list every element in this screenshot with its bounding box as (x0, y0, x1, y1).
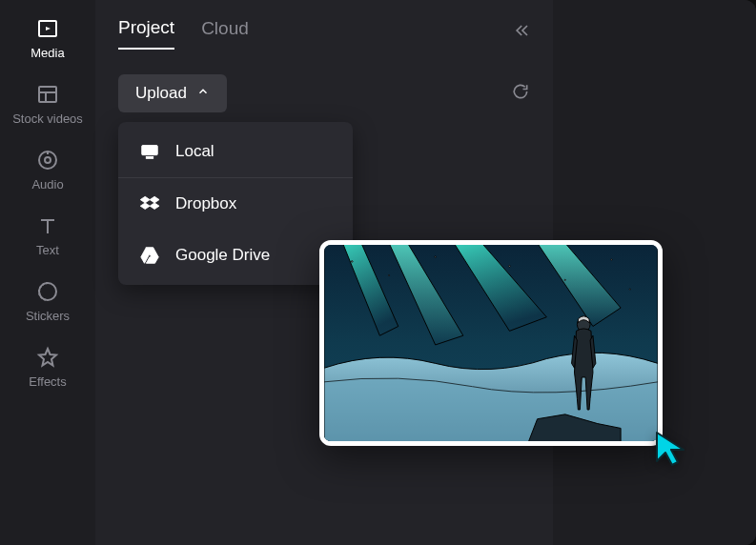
sidebar-item-effects[interactable]: Effects (29, 346, 67, 389)
dropbox-icon (139, 193, 160, 214)
stock-videos-icon (36, 83, 59, 106)
svg-point-12 (388, 274, 389, 275)
sidebar-item-label: Stickers (26, 309, 70, 323)
sidebar-item-text[interactable]: Text (36, 214, 59, 257)
cursor-pointer-icon (653, 429, 693, 473)
svg-point-13 (435, 256, 436, 257)
upload-button-label: Upload (135, 84, 187, 103)
dropdown-item-google-drive[interactable]: Google Drive (118, 230, 353, 281)
panel-tabs: Project Cloud (118, 17, 530, 50)
chevron-up-icon (196, 84, 210, 103)
sidebar-item-audio[interactable]: Audio (31, 149, 63, 192)
refresh-button[interactable] (511, 82, 530, 105)
svg-point-17 (629, 289, 630, 290)
sidebar-item-label: Audio (31, 177, 63, 192)
svg-point-15 (564, 279, 565, 280)
sidebar-item-label: Stock videos (12, 111, 83, 126)
svg-rect-8 (142, 146, 158, 155)
dropdown-item-label: Dropbox (175, 194, 236, 213)
dropdown-item-label: Google Drive (175, 246, 270, 265)
media-icon (36, 17, 59, 40)
audio-icon (36, 149, 59, 172)
google-drive-icon (139, 245, 160, 266)
svg-point-14 (509, 266, 511, 268)
dropdown-item-local[interactable]: Local (118, 126, 353, 178)
tab-project[interactable]: Project (118, 17, 174, 50)
sidebar-item-media[interactable]: Media (31, 17, 64, 60)
media-thumbnail[interactable] (319, 240, 663, 446)
sidebar: Media Stock videos Audio Text Stickers (0, 0, 95, 545)
effects-icon (36, 346, 59, 369)
sidebar-item-label: Text (36, 243, 59, 257)
upload-dropdown: Local Dropbox Google Drive (118, 122, 353, 285)
svg-point-16 (611, 259, 612, 260)
upload-row: Upload (118, 74, 530, 112)
sidebar-item-label: Media (31, 46, 64, 60)
dropdown-item-label: Local (175, 142, 215, 161)
sidebar-item-label: Effects (29, 374, 67, 389)
sidebar-item-stickers[interactable]: Stickers (26, 280, 70, 323)
tab-cloud[interactable]: Cloud (201, 18, 249, 49)
svg-point-11 (351, 261, 353, 263)
svg-rect-1 (39, 87, 56, 102)
stickers-icon (36, 280, 59, 303)
svg-rect-9 (146, 157, 153, 159)
dropdown-item-dropbox[interactable]: Dropbox (118, 178, 353, 230)
upload-button[interactable]: Upload (118, 74, 227, 112)
svg-point-5 (45, 157, 51, 163)
text-icon (36, 214, 59, 237)
sidebar-item-stock-videos[interactable]: Stock videos (12, 83, 83, 126)
collapse-panel-button[interactable] (513, 21, 532, 44)
local-icon (139, 141, 160, 162)
